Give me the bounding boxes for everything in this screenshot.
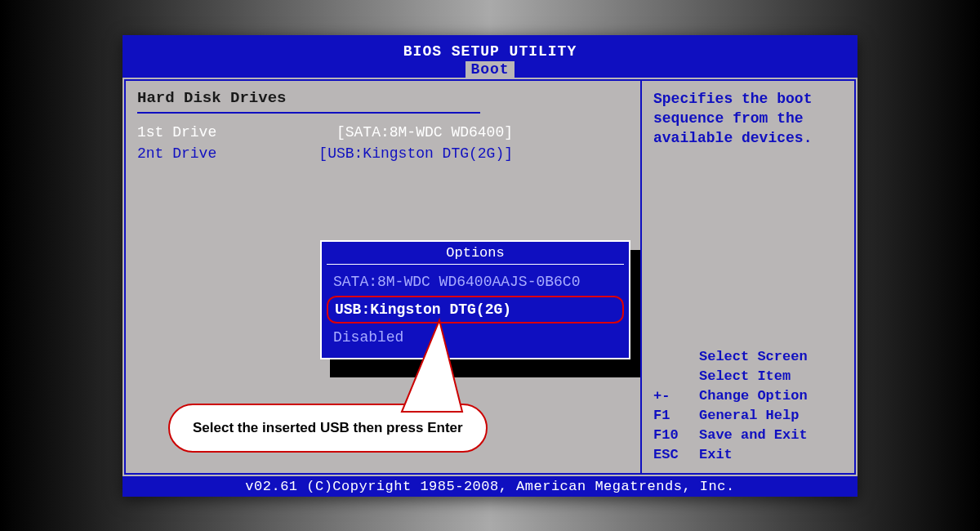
tab-boot[interactable]: Boot xyxy=(466,61,514,78)
callout-text: Select the inserted USB then press Enter xyxy=(168,404,488,453)
popup-title: Options xyxy=(327,245,624,261)
popup-item-usb[interactable]: USB:Kingston DTG(2G) xyxy=(327,296,624,324)
popup-box: Options SATA:8M-WDC WD6400AAJS-0B6C0 USB… xyxy=(320,240,630,359)
popup-item-disabled[interactable]: Disabled xyxy=(327,325,624,350)
right-pane: Specifies the boot sequence from the ava… xyxy=(642,81,854,473)
popup-divider xyxy=(327,264,624,265)
key-help: Select Screen Select Item +-Change Optio… xyxy=(653,347,843,465)
key-row: ESCExit xyxy=(653,445,843,465)
options-popup: Options SATA:8M-WDC WD6400AAJS-0B6C0 USB… xyxy=(320,240,630,359)
app-title: BIOS SETUP UTILITY xyxy=(403,40,577,60)
key-row: Select Item xyxy=(653,367,843,386)
left-pane: Hard Disk Drives 1st Drive [SATA:8M-WDC … xyxy=(126,81,642,473)
key-row: +-Change Option xyxy=(653,386,843,406)
drive-label: 2nt Drive xyxy=(137,143,216,164)
key-row: Select Screen xyxy=(653,347,843,367)
help-text: Specifies the boot sequence from the ava… xyxy=(653,89,843,148)
annotation-callout: Select the inserted USB then press Enter xyxy=(168,404,488,453)
drive-row-1[interactable]: 1st Drive [SATA:8M-WDC WD6400] xyxy=(137,122,513,143)
footer-copyright: v02.61 (C)Copyright 1985-2008, American … xyxy=(122,476,858,497)
key-row: F1General Help xyxy=(653,406,843,426)
body-area: Hard Disk Drives 1st Drive [SATA:8M-WDC … xyxy=(124,79,856,475)
section-title: Hard Disk Drives xyxy=(137,89,480,114)
drive-row-2[interactable]: 2nt Drive [USB:Kingston DTG(2G)] xyxy=(137,143,513,164)
popup-item-sata[interactable]: SATA:8M-WDC WD6400AAJS-0B6C0 xyxy=(327,270,624,294)
drive-value: [SATA:8M-WDC WD6400] xyxy=(336,122,513,143)
key-row: F10Save and Exit xyxy=(653,426,843,445)
bios-window: BIOS SETUP UTILITY Boot Hard Disk Drives… xyxy=(122,35,858,497)
title-bar: BIOS SETUP UTILITY Boot xyxy=(122,35,858,78)
drive-label: 1st Drive xyxy=(137,122,216,143)
drive-value: [USB:Kingston DTG(2G)] xyxy=(318,143,513,164)
